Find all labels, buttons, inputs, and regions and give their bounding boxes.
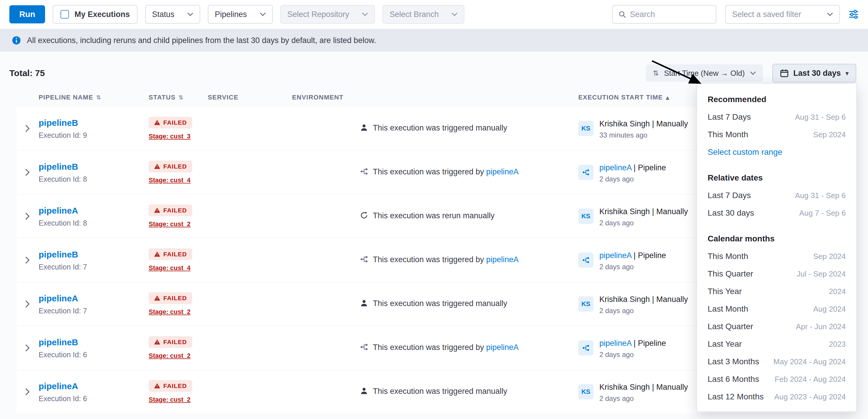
pipeline-name-link[interactable]: pipelineB [39,337,78,347]
trigger-pipeline-link[interactable]: pipelineA [486,343,519,352]
search-input[interactable] [630,10,710,19]
trigger-type-icon [360,299,368,309]
row-expand-chevron[interactable] [17,213,39,220]
my-executions-toggle[interactable]: My Executions [53,5,137,24]
column-status[interactable]: STATUS ⇅ [149,94,208,101]
search-box [612,5,716,24]
warning-icon [154,251,160,257]
failed-stage-link[interactable]: Stage: cust_2 [149,396,190,404]
branch-filter-dropdown[interactable]: Select Branch [382,5,464,24]
pipeline-name-cell: pipelineB Execution Id: 7 [39,249,149,271]
sort-toggle-icon[interactable]: ⇅ [179,94,184,101]
option-value: Feb 2024 - Aug 2024 [775,375,846,384]
date-range-option[interactable]: This Year 2024 [697,283,856,300]
filter-sliders-icon [849,9,859,19]
row-expand-chevron[interactable] [17,125,39,132]
section-header: Calendar months [697,228,856,248]
row-expand-chevron[interactable] [17,257,39,264]
date-range-button[interactable]: Last 30 days ▾ [772,64,856,83]
column-environment-label: ENVIRONMENT [292,94,344,101]
option-label: Last 30 days [708,208,754,218]
sort-ascending-icon[interactable]: ▲ [666,95,670,100]
trigger-info: This execution was triggered by pipeline… [360,343,578,353]
date-range-option[interactable]: Last Year 2023 [697,335,856,353]
status-cell: FAILED Stage: cust_2 [149,336,208,360]
pipeline-name-link[interactable]: pipelineA [39,206,78,215]
starter-meta: pipelineA | Pipeline 2 days ago [599,162,666,183]
run-button[interactable]: Run [9,5,45,23]
date-range-option[interactable]: Last 30 days Aug 7 - Sep 6 [697,204,856,222]
trigger-info: This execution was triggered manually [360,299,578,309]
starter-avatar [578,340,593,355]
date-range-option[interactable]: Select custom range [697,143,856,161]
option-value: Aug 31 - Sep 6 [795,191,846,200]
pipeline-name-link[interactable]: pipelineB [39,250,78,259]
pipeline-name-link[interactable]: pipelineA [39,293,78,303]
option-label: Last 12 Months [708,392,764,401]
option-value: 2024 [829,287,846,296]
warning-icon [154,295,160,301]
trigger-info: This execution was triggered manually [360,124,578,134]
sort-toggle-icon[interactable]: ⇅ [96,94,101,101]
execution-time: 2 days ago [599,394,688,402]
pipelines-filter-dropdown[interactable]: Pipelines [208,5,273,24]
sort-order-select[interactable]: ⇅ Start Time (New → Old) [646,64,763,82]
status-cell: FAILED Stage: cust_2 [149,380,208,404]
status-badge: FAILED [149,161,192,172]
status-badge: FAILED [149,336,192,348]
failed-stage-link[interactable]: Stage: cust_3 [149,133,190,140]
my-executions-checkbox[interactable] [60,10,69,19]
date-range-option[interactable]: Last Quarter Apr - Jun 2024 [697,318,856,335]
date-range-option[interactable]: Last 7 Days Aug 31 - Sep 6 [697,108,856,126]
row-expand-chevron[interactable] [17,344,39,351]
repository-filter-dropdown[interactable]: Select Repository [280,5,375,24]
execution-time: 2 days ago [599,263,666,271]
section-header: Recommended [697,88,856,108]
date-range-option[interactable]: Last 3 Months May 2024 - Aug 2024 [697,353,856,370]
starter-pipeline-link[interactable]: pipelineA [599,339,631,348]
failed-stage-link[interactable]: Stage: cust_2 [149,308,190,316]
starter-meta: pipelineA | Pipeline 2 days ago [599,250,666,271]
execution-id: Execution Id: 8 [39,219,149,227]
date-range-section: Recommended Last 7 Days Aug 31 - Sep 6 T… [697,88,856,161]
starter-pipeline-link[interactable]: pipelineA [599,163,631,172]
failed-stage-link[interactable]: Stage: cust_4 [149,176,190,184]
option-value: Aug 31 - Sep 6 [795,112,846,122]
trigger-text: This execution was triggered manually [373,387,507,396]
execution-time: 2 days ago [599,219,688,227]
date-range-option[interactable]: Last 12 Months Aug 2023 - Aug 2024 [697,388,856,406]
column-pipeline-name[interactable]: PIPELINE NAME ⇅ [39,94,149,101]
saved-filter-dropdown[interactable]: Select a saved filter [725,5,840,24]
column-service-label: SERVICE [208,94,239,101]
status-badge: FAILED [149,380,192,392]
status-cell: FAILED Stage: cust_4 [149,161,208,184]
failed-stage-link[interactable]: Stage: cust_2 [149,352,190,360]
pipeline-name-link[interactable]: pipelineB [39,118,78,128]
row-expand-chevron[interactable] [17,388,39,395]
date-range-option[interactable]: This Quarter Jul - Sep 2024 [697,265,856,283]
execution-id: Execution Id: 8 [39,175,149,184]
date-range-option[interactable]: This Month Sep 2024 [697,126,856,143]
pipeline-name-link[interactable]: pipelineB [39,162,78,171]
failed-stage-link[interactable]: Stage: cust_2 [149,220,190,228]
option-label: Last 7 Days [708,191,751,200]
trigger-pipeline-link[interactable]: pipelineA [486,255,519,264]
failed-stage-link[interactable]: Stage: cust_4 [149,264,190,272]
row-expand-chevron[interactable] [17,300,39,308]
status-filter-dropdown[interactable]: Status [145,5,200,24]
filter-settings-button[interactable] [849,9,859,19]
trigger-info: This execution was triggered manually [360,387,578,397]
date-range-option[interactable]: Last 7 Days Aug 31 - Sep 6 [697,187,856,204]
section-header: Relative dates [697,167,856,187]
date-range-option[interactable]: Last Month Aug 2024 [697,300,856,318]
pipeline-name-cell: pipelineB Execution Id: 6 [39,337,149,359]
trigger-pipeline-link[interactable]: pipelineA [486,167,519,176]
trigger-text: This execution was triggered manually [373,299,507,308]
status-badge: FAILED [149,204,192,216]
date-range-option[interactable]: This Month Sep 2024 [697,248,856,265]
pipeline-name-link[interactable]: pipelineA [39,381,78,391]
option-value: Apr - Jun 2024 [796,322,846,331]
starter-pipeline-link[interactable]: pipelineA [599,251,631,260]
date-range-option[interactable]: Last 6 Months Feb 2024 - Aug 2024 [697,370,856,388]
row-expand-chevron[interactable] [17,169,39,176]
